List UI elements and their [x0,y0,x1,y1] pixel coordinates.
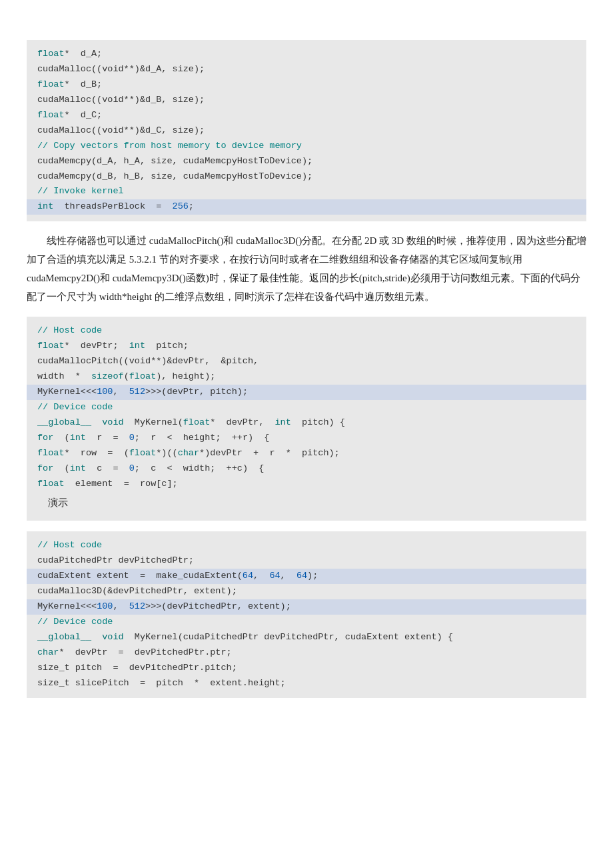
code-block-2: // Host code float* devPtr; int pitch; c… [27,317,586,521]
code-line: char* devPtr = devPitchedPtr.ptr; [37,645,576,661]
code-line: cudaMalloc3D(&devPitchedPtr, extent); [37,584,576,599]
code-line: float element = row[c]; [37,477,576,492]
code-line: cudaMallocPitch((void**)&devPtr, &pitch, [37,354,576,369]
prose-paragraph-1: 线性存储器也可以通过 cudaMallocPitch()和 cudaMalloc… [27,232,586,306]
demo-label: 演示 [37,492,576,515]
code-line-comment: // Invoke kernel [37,184,576,199]
code-line-highlight: MyKernel<<<100, 512>>>(devPitchedPtr, ex… [27,599,586,615]
code-line: cudaPitchedPtr devPitchedPtr; [37,553,576,569]
code-line-comment: // Host code [37,538,576,553]
code-line: cudaMalloc((void**)&d_C, size); [37,123,576,139]
code-line: float* d_B; [37,77,576,93]
code-block-3: // Host code cudaPitchedPtr devPitchedPt… [27,531,586,697]
code-line: float* row = (float*)((char*)devPtr + r … [37,446,576,461]
code-line-comment: // Device code [37,615,576,630]
code-line: for (int r = 0; r < height; ++r) { [37,431,576,446]
code-line: __global__ void MyKernel(cudaPitchedPtr … [37,630,576,645]
code-line: width * sizeof(float), height); [37,369,576,385]
code-line: cudaMalloc((void**)&d_B, size); [37,93,576,108]
code-line: __global__ void MyKernel(float* devPtr, … [37,415,576,431]
code-line: float* devPtr; int pitch; [37,339,576,354]
code-block-1: float* d_A; cudaMalloc((void**)&d_A, siz… [27,40,586,221]
code-line: cudaMemcpy(d_A, h_A, size, cudaMemcpyHos… [37,154,576,169]
code-line: size_t slicePitch = pitch * extent.heigh… [37,676,576,691]
code-line: float* d_C; [37,108,576,123]
code-line: float* d_A; [37,47,576,62]
code-line: for (int c = 0; c < width; ++c) { [37,461,576,477]
code-line: size_t pitch = devPitchedPtr.pitch; [37,661,576,676]
code-line-comment: // Device code [37,400,576,415]
code-line-highlight: MyKernel<<<100, 512>>>(devPtr, pitch); [27,385,586,400]
code-line-comment: // Host code [37,323,576,339]
code-line-highlight: cudaExtent extent = make_cudaExtent(64, … [27,569,586,584]
code-line-highlight: int threadsPerBlock = 256; [27,199,586,215]
code-line: cudaMalloc((void**)&d_A, size); [37,62,576,77]
code-line: cudaMemcpy(d_B, h_B, size, cudaMemcpyHos… [37,169,576,185]
code-line-comment: // Copy vectors from host memory to devi… [37,139,576,154]
